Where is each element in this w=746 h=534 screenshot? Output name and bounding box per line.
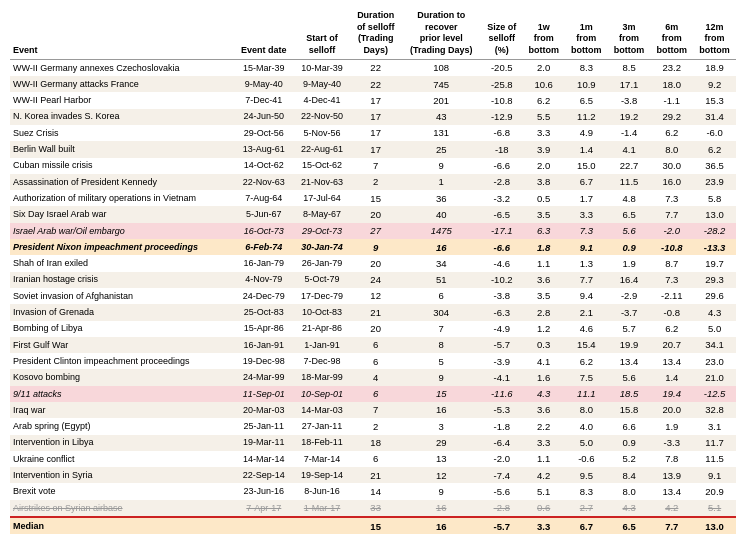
cell-1m: 6.7 bbox=[565, 174, 608, 190]
cell-size: -2.0 bbox=[481, 451, 522, 467]
cell-1m: 6.2 bbox=[565, 353, 608, 369]
cell-size: -12.9 bbox=[481, 109, 522, 125]
cell-size: -4.6 bbox=[481, 255, 522, 271]
col-duration-selloff: Durationof selloff(TradingDays) bbox=[350, 8, 401, 59]
cell-recover: 3 bbox=[401, 418, 481, 434]
cell-12m: 15.3 bbox=[693, 92, 736, 108]
table-row: Iranian hostage crisis4-Nov-795-Oct-7924… bbox=[10, 272, 736, 288]
cell-recover: 201 bbox=[401, 92, 481, 108]
cell-1m: 15.4 bbox=[565, 337, 608, 353]
cell-1m: 10.9 bbox=[565, 76, 608, 92]
cell-6m: 13.4 bbox=[650, 483, 693, 499]
cell-6m: 20.7 bbox=[650, 337, 693, 353]
cell-6m: 13.9 bbox=[650, 467, 693, 483]
cell-6m: 7.7 bbox=[650, 206, 693, 222]
cell-size: -4.9 bbox=[481, 321, 522, 337]
cell-event-date: 4-Nov-79 bbox=[234, 272, 294, 288]
cell-start-selloff: 18-Mar-99 bbox=[294, 369, 350, 385]
cell-3m: 4.3 bbox=[608, 500, 651, 517]
cell-start-selloff: 4-Dec-41 bbox=[294, 92, 350, 108]
cell-start-selloff: 21-Apr-86 bbox=[294, 321, 350, 337]
cell-duration: 2 bbox=[350, 174, 401, 190]
col-size-selloff: Size ofselloff(%) bbox=[481, 8, 522, 59]
cell-6m: 8.0 bbox=[650, 141, 693, 157]
cell-start-selloff: 10-Mar-39 bbox=[294, 59, 350, 76]
cell-1w: 5.5 bbox=[522, 109, 565, 125]
cell-6m: 29.2 bbox=[650, 109, 693, 125]
cell-6m: -2.0 bbox=[650, 223, 693, 239]
cell-3m: 17.1 bbox=[608, 76, 651, 92]
cell-3m: 6.6 bbox=[608, 418, 651, 434]
median-1m: 6.7 bbox=[565, 517, 608, 534]
cell-6m: -2.11 bbox=[650, 288, 693, 304]
cell-12m: 36.5 bbox=[693, 158, 736, 174]
cell-1w: 3.3 bbox=[522, 435, 565, 451]
cell-start-selloff: 22-Nov-50 bbox=[294, 109, 350, 125]
crisis-events-table: Event Event date Start ofselloff Duratio… bbox=[10, 8, 736, 534]
table-row: Cuban missile crisis14-Oct-6215-Oct-6279… bbox=[10, 158, 736, 174]
cell-size: -6.6 bbox=[481, 239, 522, 255]
cell-recover: 9 bbox=[401, 158, 481, 174]
cell-duration: 20 bbox=[350, 206, 401, 222]
cell-3m: 5.7 bbox=[608, 321, 651, 337]
col-event-date: Event date bbox=[234, 8, 294, 59]
cell-3m: 8.0 bbox=[608, 483, 651, 499]
cell-1m: 9.4 bbox=[565, 288, 608, 304]
cell-1m: 4.9 bbox=[565, 125, 608, 141]
cell-event-date: 25-Jan-11 bbox=[234, 418, 294, 434]
cell-duration: 21 bbox=[350, 467, 401, 483]
cell-12m: 5.8 bbox=[693, 190, 736, 206]
cell-duration: 6 bbox=[350, 353, 401, 369]
cell-event: Invasion of Grenada bbox=[10, 304, 234, 320]
cell-1m: 9.1 bbox=[565, 239, 608, 255]
cell-event: Six Day Israel Arab war bbox=[10, 206, 234, 222]
cell-recover: 34 bbox=[401, 255, 481, 271]
cell-6m: 19.4 bbox=[650, 386, 693, 402]
cell-duration: 33 bbox=[350, 500, 401, 517]
cell-1m: 5.0 bbox=[565, 435, 608, 451]
table-row: Airstrikes on Syrian airbase7-Apr-171-Ma… bbox=[10, 500, 736, 517]
cell-size: -6.6 bbox=[481, 158, 522, 174]
cell-6m: 8.7 bbox=[650, 255, 693, 271]
cell-duration: 7 bbox=[350, 158, 401, 174]
cell-event: Intervention in Libya bbox=[10, 435, 234, 451]
cell-event-date: 15-Apr-86 bbox=[234, 321, 294, 337]
cell-event: Brexit vote bbox=[10, 483, 234, 499]
table-row: Assassination of President Kennedy22-Nov… bbox=[10, 174, 736, 190]
cell-recover: 15 bbox=[401, 386, 481, 402]
table-row: Authorization of military operations in … bbox=[10, 190, 736, 206]
table-row: President Clinton impeachment proceeding… bbox=[10, 353, 736, 369]
cell-12m: -12.5 bbox=[693, 386, 736, 402]
cell-event-date: 19-Dec-98 bbox=[234, 353, 294, 369]
cell-event-date: 13-Aug-61 bbox=[234, 141, 294, 157]
table-row: Bombing of Libya15-Apr-8621-Apr-86207-4.… bbox=[10, 321, 736, 337]
col-duration-recover: Duration torecoverprior level(Trading Da… bbox=[401, 8, 481, 59]
cell-recover: 13 bbox=[401, 451, 481, 467]
cell-12m: 5.0 bbox=[693, 321, 736, 337]
cell-recover: 131 bbox=[401, 125, 481, 141]
table-row: N. Korea invades S. Korea24-Jun-5022-Nov… bbox=[10, 109, 736, 125]
cell-start-selloff: 22-Aug-61 bbox=[294, 141, 350, 157]
median-12m: 13.0 bbox=[693, 517, 736, 534]
cell-1w: 4.1 bbox=[522, 353, 565, 369]
cell-1m: 7.5 bbox=[565, 369, 608, 385]
cell-duration: 22 bbox=[350, 76, 401, 92]
cell-start-selloff: 21-Nov-63 bbox=[294, 174, 350, 190]
cell-recover: 16 bbox=[401, 500, 481, 517]
cell-size: -3.2 bbox=[481, 190, 522, 206]
cell-event: First Gulf War bbox=[10, 337, 234, 353]
cell-12m: -6.0 bbox=[693, 125, 736, 141]
cell-1m: 15.0 bbox=[565, 158, 608, 174]
cell-12m: 5.1 bbox=[693, 500, 736, 517]
cell-event-date: 22-Nov-63 bbox=[234, 174, 294, 190]
cell-3m: 16.4 bbox=[608, 272, 651, 288]
cell-1m: 11.2 bbox=[565, 109, 608, 125]
col-start-selloff: Start ofselloff bbox=[294, 8, 350, 59]
cell-size: -5.7 bbox=[481, 337, 522, 353]
cell-start-selloff: 9-May-40 bbox=[294, 76, 350, 92]
cell-duration: 14 bbox=[350, 483, 401, 499]
cell-start-selloff: 5-Nov-56 bbox=[294, 125, 350, 141]
cell-event: Iranian hostage crisis bbox=[10, 272, 234, 288]
cell-event-date: 14-Mar-14 bbox=[234, 451, 294, 467]
cell-3m: 18.5 bbox=[608, 386, 651, 402]
